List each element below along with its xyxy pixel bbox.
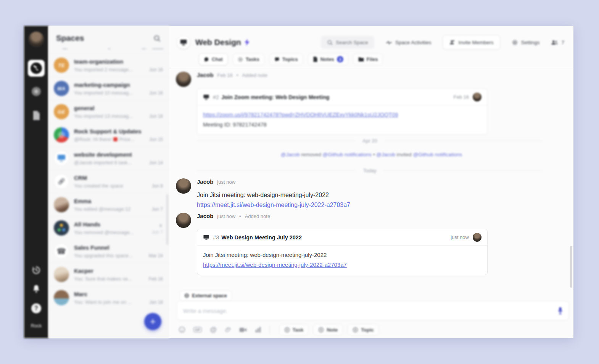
plus-circle-icon xyxy=(353,327,358,333)
invite-members-button[interactable]: Invite Members xyxy=(443,35,500,50)
note-card-3[interactable]: #3 Web Design Meeting July 2022 just now… xyxy=(197,229,488,275)
space-tabs: Chat Tasks Topics Notes 3 Files xyxy=(199,53,383,65)
zoom-meeting-link[interactable]: https://zoom.us/j/97821742478?pwd=ZHVDOH… xyxy=(203,112,398,118)
kacper-avatar xyxy=(54,267,69,282)
spaces-search-icon[interactable] xyxy=(153,35,161,42)
voice-message-icon[interactable] xyxy=(557,307,563,314)
message-jacob-jitsi: Jacob just now Join Jitsi meeting: web-d… xyxy=(176,178,567,210)
note-author-avatar xyxy=(473,93,481,101)
space-row-crm[interactable]: CRMYou created the space Jun 8 xyxy=(48,170,169,193)
red-book-icon xyxy=(113,137,118,141)
space-header: Web Design Search Space Space Activities xyxy=(177,34,564,50)
chat-scrollbar[interactable] xyxy=(570,246,572,288)
app-window: ? Rock Spaces TE team-organizationYou im… xyxy=(24,26,573,338)
plus-circle-icon xyxy=(318,327,324,333)
tab-tasks[interactable]: Tasks xyxy=(233,53,264,65)
settings-button[interactable]: Settings xyxy=(512,39,540,46)
notifications-bell-icon[interactable] xyxy=(32,284,41,294)
jitsi-meeting-link[interactable]: https://meet.jit.si/web-design-meeting-j… xyxy=(197,200,567,210)
space-row-general[interactable]: GE generalYou imported 13 messag... Jun … xyxy=(48,100,169,123)
sidebar-scrollbar[interactable] xyxy=(166,194,168,245)
space-row-website-development[interactable]: website development@Jacob imported 6 tas… xyxy=(48,147,169,170)
video-icon[interactable] xyxy=(239,327,247,333)
task-circle-icon xyxy=(238,57,243,62)
search-space-button[interactable]: Search Space xyxy=(321,36,374,49)
mention-github[interactable]: @Github notifications xyxy=(323,152,372,157)
spaces-title: Spaces xyxy=(56,34,84,43)
space-row-marketing-campaign[interactable]: MA marketing-campaignYou imported 10 mes… xyxy=(48,77,169,100)
rock-logo-icon xyxy=(31,63,42,74)
space-row-rock-support[interactable]: Rock Support & Updates @Rock: Hi there!P… xyxy=(48,123,169,147)
documents-icon[interactable] xyxy=(32,111,40,120)
note-monitor-icon xyxy=(203,94,209,100)
space-row-sales-funnel[interactable]: ☎ Sales FunnelYou upgraded this space...… xyxy=(48,240,169,263)
system-message: @Jacob removed @Github notifications • @… xyxy=(169,152,573,157)
globe-icon xyxy=(184,293,189,298)
all-hands-icon xyxy=(54,220,69,236)
note-monitor-icon xyxy=(203,234,209,241)
rail-brand-label: Rock xyxy=(31,323,42,329)
space-main: Web Design Search Space Space Activities xyxy=(169,26,573,338)
create-note-button[interactable]: Note xyxy=(313,324,343,335)
emoji-icon[interactable] xyxy=(179,326,185,333)
members-count[interactable]: 7 xyxy=(551,40,564,45)
workspace-secondary[interactable] xyxy=(32,87,41,96)
emma-avatar xyxy=(54,197,69,212)
folder-icon xyxy=(358,57,364,62)
space-title: Web Design xyxy=(195,38,241,47)
space-avatar: MA xyxy=(54,81,69,96)
create-topic-button[interactable]: Topic xyxy=(348,324,379,335)
help-icon[interactable]: ? xyxy=(31,303,41,313)
note-card-2[interactable]: #2 Join Zoom meeting: Web Design Meeting… xyxy=(197,88,488,135)
marc-avatar xyxy=(54,290,69,305)
space-activities-button[interactable]: Space Activities xyxy=(386,40,432,45)
gear-icon xyxy=(512,39,518,46)
tab-files[interactable]: Files xyxy=(353,53,383,65)
history-icon[interactable] xyxy=(31,265,41,275)
chat-bubble-icon xyxy=(204,57,209,62)
space-row-kacper[interactable]: KacperYou: Sure that makes se... Feb 16 xyxy=(48,263,169,286)
jacob-avatar[interactable] xyxy=(176,213,191,228)
plus-circle-icon xyxy=(284,327,290,333)
space-avatar: GE xyxy=(54,104,69,119)
workspace-rock-active[interactable] xyxy=(28,60,45,77)
notes-count-badge: 3 xyxy=(337,56,343,63)
user-avatar[interactable] xyxy=(28,31,44,47)
space-row-marc[interactable]: MarcYou: Want to join me on ... Jan 18 xyxy=(48,286,169,309)
composer-toolbar: GIF @ Task xyxy=(179,324,379,335)
link-icon xyxy=(54,174,69,189)
activity-pulse-icon xyxy=(386,40,392,45)
tab-topics[interactable]: Topics xyxy=(269,53,303,65)
new-space-button[interactable]: + xyxy=(144,313,161,330)
jacob-avatar[interactable] xyxy=(176,72,191,87)
create-task-button[interactable]: Task xyxy=(279,324,309,335)
gif-icon[interactable]: GIF xyxy=(193,327,202,333)
tab-notes[interactable]: Notes 3 xyxy=(308,53,348,65)
mention-github[interactable]: @Github notifications xyxy=(413,152,462,157)
message-input-wrap xyxy=(177,301,569,320)
date-divider-apr20: Apr 20 xyxy=(197,138,543,144)
header-divider xyxy=(169,69,573,69)
mention-jacob[interactable]: @Jacob xyxy=(281,152,300,157)
topic-bubble-icon xyxy=(274,57,280,62)
attachment-icon[interactable] xyxy=(225,326,231,333)
jitsi-meeting-link[interactable]: https://meet.jit.si/web-design-meeting-j… xyxy=(203,260,481,269)
rock-support-logo-icon xyxy=(54,127,69,143)
mention-jacob[interactable]: @Jacob xyxy=(376,152,395,157)
space-row-all-hands[interactable]: All HandsYou removed @message... Jun 7 xyxy=(48,216,169,240)
muted-bell-icon xyxy=(158,224,163,228)
space-row-team-organization[interactable]: TE team-organizationYou imported 2 messa… xyxy=(48,54,169,77)
external-space-badge: External space xyxy=(180,290,232,301)
note-author-avatar xyxy=(473,233,481,242)
person-add-icon xyxy=(449,39,455,45)
message-input[interactable] xyxy=(177,308,557,314)
spaces-sidebar: Spaces TE team-organizationYou imported … xyxy=(48,26,169,338)
tab-chat[interactable]: Chat xyxy=(199,53,228,65)
jacob-avatar[interactable] xyxy=(176,178,191,194)
mention-icon[interactable]: @ xyxy=(210,326,217,333)
message-jacob-feb16: Jacob Feb 16 • Added note #2 Join Zoom m… xyxy=(176,72,567,135)
poll-chart-icon[interactable] xyxy=(255,327,261,333)
space-row-emma[interactable]: EmmaYou edited @message:12 Jun 7 xyxy=(48,193,169,216)
scrolled-partial-row xyxy=(48,45,169,54)
composer-area: External space GIF @ xyxy=(169,287,573,338)
